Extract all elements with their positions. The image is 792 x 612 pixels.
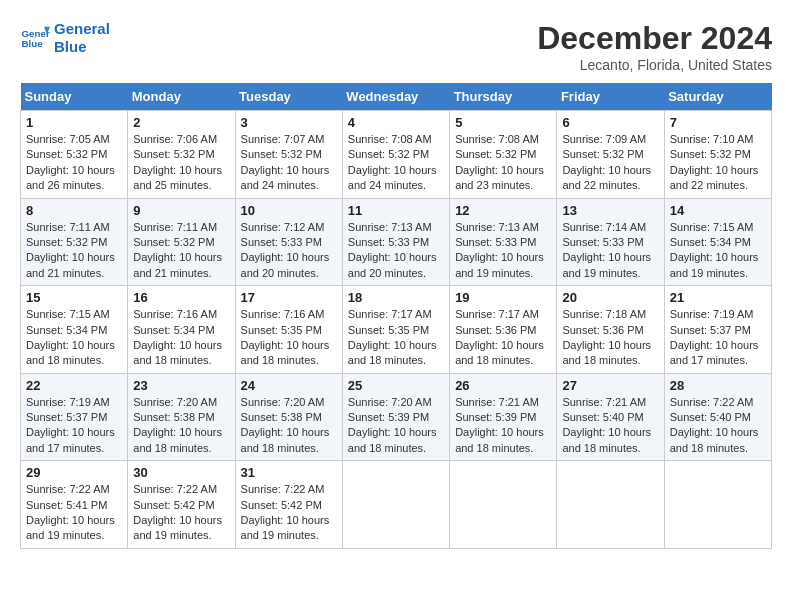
- daylight-label: Daylight: 10 hours and 21 minutes.: [133, 251, 222, 278]
- daylight-label: Daylight: 10 hours and 18 minutes.: [26, 339, 115, 366]
- header-row: Sunday Monday Tuesday Wednesday Thursday…: [21, 83, 772, 111]
- day-info: Sunrise: 7:12 AM Sunset: 5:33 PM Dayligh…: [241, 220, 337, 282]
- day-number: 4: [348, 115, 444, 130]
- sunrise-label: Sunrise: 7:06 AM: [133, 133, 217, 145]
- day-number: 31: [241, 465, 337, 480]
- day-number: 13: [562, 203, 658, 218]
- daylight-label: Daylight: 10 hours and 18 minutes.: [133, 339, 222, 366]
- day-info: Sunrise: 7:20 AM Sunset: 5:39 PM Dayligh…: [348, 395, 444, 457]
- col-sunday: Sunday: [21, 83, 128, 111]
- day-number: 14: [670, 203, 766, 218]
- day-cell: 29 Sunrise: 7:22 AM Sunset: 5:41 PM Dayl…: [21, 461, 128, 549]
- day-cell: 17 Sunrise: 7:16 AM Sunset: 5:35 PM Dayl…: [235, 286, 342, 374]
- sunset-label: Sunset: 5:37 PM: [670, 324, 751, 336]
- day-cell: 30 Sunrise: 7:22 AM Sunset: 5:42 PM Dayl…: [128, 461, 235, 549]
- logo: General Blue General Blue: [20, 20, 110, 56]
- logo-line2: Blue: [54, 38, 110, 56]
- day-info: Sunrise: 7:08 AM Sunset: 5:32 PM Dayligh…: [348, 132, 444, 194]
- daylight-label: Daylight: 10 hours and 18 minutes.: [241, 426, 330, 453]
- daylight-label: Daylight: 10 hours and 18 minutes.: [455, 426, 544, 453]
- day-info: Sunrise: 7:16 AM Sunset: 5:35 PM Dayligh…: [241, 307, 337, 369]
- sunset-label: Sunset: 5:36 PM: [455, 324, 536, 336]
- sunrise-label: Sunrise: 7:20 AM: [133, 396, 217, 408]
- col-thursday: Thursday: [450, 83, 557, 111]
- day-cell: 31 Sunrise: 7:22 AM Sunset: 5:42 PM Dayl…: [235, 461, 342, 549]
- day-number: 27: [562, 378, 658, 393]
- month-title: December 2024: [537, 20, 772, 57]
- col-friday: Friday: [557, 83, 664, 111]
- day-info: Sunrise: 7:21 AM Sunset: 5:40 PM Dayligh…: [562, 395, 658, 457]
- daylight-label: Daylight: 10 hours and 19 minutes.: [26, 514, 115, 541]
- sunrise-label: Sunrise: 7:17 AM: [348, 308, 432, 320]
- sunrise-label: Sunrise: 7:14 AM: [562, 221, 646, 233]
- day-cell: 6 Sunrise: 7:09 AM Sunset: 5:32 PM Dayli…: [557, 111, 664, 199]
- sunset-label: Sunset: 5:35 PM: [241, 324, 322, 336]
- daylight-label: Daylight: 10 hours and 20 minutes.: [241, 251, 330, 278]
- sunset-label: Sunset: 5:34 PM: [133, 324, 214, 336]
- day-cell: 26 Sunrise: 7:21 AM Sunset: 5:39 PM Dayl…: [450, 373, 557, 461]
- week-row-3: 15 Sunrise: 7:15 AM Sunset: 5:34 PM Dayl…: [21, 286, 772, 374]
- day-number: 24: [241, 378, 337, 393]
- day-info: Sunrise: 7:20 AM Sunset: 5:38 PM Dayligh…: [133, 395, 229, 457]
- day-info: Sunrise: 7:14 AM Sunset: 5:33 PM Dayligh…: [562, 220, 658, 282]
- day-cell: 12 Sunrise: 7:13 AM Sunset: 5:33 PM Dayl…: [450, 198, 557, 286]
- sunrise-label: Sunrise: 7:12 AM: [241, 221, 325, 233]
- sunrise-label: Sunrise: 7:13 AM: [348, 221, 432, 233]
- day-cell: 11 Sunrise: 7:13 AM Sunset: 5:33 PM Dayl…: [342, 198, 449, 286]
- daylight-label: Daylight: 10 hours and 24 minutes.: [241, 164, 330, 191]
- sunset-label: Sunset: 5:38 PM: [241, 411, 322, 423]
- daylight-label: Daylight: 10 hours and 19 minutes.: [455, 251, 544, 278]
- day-cell: 25 Sunrise: 7:20 AM Sunset: 5:39 PM Dayl…: [342, 373, 449, 461]
- day-cell: 10 Sunrise: 7:12 AM Sunset: 5:33 PM Dayl…: [235, 198, 342, 286]
- day-cell: 22 Sunrise: 7:19 AM Sunset: 5:37 PM Dayl…: [21, 373, 128, 461]
- day-cell: 16 Sunrise: 7:16 AM Sunset: 5:34 PM Dayl…: [128, 286, 235, 374]
- day-cell: 24 Sunrise: 7:20 AM Sunset: 5:38 PM Dayl…: [235, 373, 342, 461]
- sunrise-label: Sunrise: 7:15 AM: [26, 308, 110, 320]
- daylight-label: Daylight: 10 hours and 26 minutes.: [26, 164, 115, 191]
- day-info: Sunrise: 7:11 AM Sunset: 5:32 PM Dayligh…: [133, 220, 229, 282]
- day-info: Sunrise: 7:10 AM Sunset: 5:32 PM Dayligh…: [670, 132, 766, 194]
- day-info: Sunrise: 7:15 AM Sunset: 5:34 PM Dayligh…: [26, 307, 122, 369]
- sunset-label: Sunset: 5:40 PM: [670, 411, 751, 423]
- day-cell: 18 Sunrise: 7:17 AM Sunset: 5:35 PM Dayl…: [342, 286, 449, 374]
- sunrise-label: Sunrise: 7:15 AM: [670, 221, 754, 233]
- day-number: 17: [241, 290, 337, 305]
- sunrise-label: Sunrise: 7:08 AM: [455, 133, 539, 145]
- day-info: Sunrise: 7:22 AM Sunset: 5:42 PM Dayligh…: [133, 482, 229, 544]
- day-info: Sunrise: 7:17 AM Sunset: 5:36 PM Dayligh…: [455, 307, 551, 369]
- daylight-label: Daylight: 10 hours and 18 minutes.: [670, 426, 759, 453]
- day-info: Sunrise: 7:17 AM Sunset: 5:35 PM Dayligh…: [348, 307, 444, 369]
- day-number: 22: [26, 378, 122, 393]
- sunrise-label: Sunrise: 7:21 AM: [562, 396, 646, 408]
- day-info: Sunrise: 7:05 AM Sunset: 5:32 PM Dayligh…: [26, 132, 122, 194]
- sunrise-label: Sunrise: 7:09 AM: [562, 133, 646, 145]
- day-cell: 14 Sunrise: 7:15 AM Sunset: 5:34 PM Dayl…: [664, 198, 771, 286]
- sunset-label: Sunset: 5:32 PM: [348, 148, 429, 160]
- day-cell: 9 Sunrise: 7:11 AM Sunset: 5:32 PM Dayli…: [128, 198, 235, 286]
- day-cell: 1 Sunrise: 7:05 AM Sunset: 5:32 PM Dayli…: [21, 111, 128, 199]
- sunset-label: Sunset: 5:42 PM: [133, 499, 214, 511]
- sunrise-label: Sunrise: 7:21 AM: [455, 396, 539, 408]
- day-number: 8: [26, 203, 122, 218]
- day-cell: 4 Sunrise: 7:08 AM Sunset: 5:32 PM Dayli…: [342, 111, 449, 199]
- sunset-label: Sunset: 5:32 PM: [670, 148, 751, 160]
- day-number: 18: [348, 290, 444, 305]
- svg-text:Blue: Blue: [22, 38, 44, 49]
- sunrise-label: Sunrise: 7:13 AM: [455, 221, 539, 233]
- sunrise-label: Sunrise: 7:16 AM: [133, 308, 217, 320]
- sunset-label: Sunset: 5:33 PM: [348, 236, 429, 248]
- sunset-label: Sunset: 5:32 PM: [562, 148, 643, 160]
- day-info: Sunrise: 7:22 AM Sunset: 5:40 PM Dayligh…: [670, 395, 766, 457]
- sunrise-label: Sunrise: 7:22 AM: [26, 483, 110, 495]
- daylight-label: Daylight: 10 hours and 19 minutes.: [133, 514, 222, 541]
- day-info: Sunrise: 7:18 AM Sunset: 5:36 PM Dayligh…: [562, 307, 658, 369]
- day-number: 6: [562, 115, 658, 130]
- day-number: 9: [133, 203, 229, 218]
- daylight-label: Daylight: 10 hours and 18 minutes.: [133, 426, 222, 453]
- day-number: 3: [241, 115, 337, 130]
- day-info: Sunrise: 7:09 AM Sunset: 5:32 PM Dayligh…: [562, 132, 658, 194]
- sunrise-label: Sunrise: 7:07 AM: [241, 133, 325, 145]
- day-number: 29: [26, 465, 122, 480]
- sunrise-label: Sunrise: 7:19 AM: [670, 308, 754, 320]
- day-cell: 15 Sunrise: 7:15 AM Sunset: 5:34 PM Dayl…: [21, 286, 128, 374]
